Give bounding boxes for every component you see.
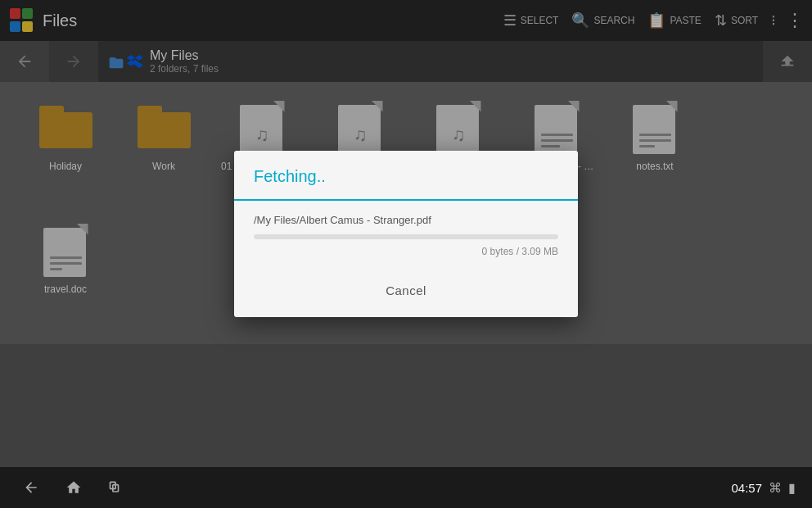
system-time: 04:57 xyxy=(731,481,762,495)
dialog-overlay: Fetching.. /My Files/Albert Camus - Stra… xyxy=(0,0,812,467)
battery-icon: ▮ xyxy=(788,480,796,496)
progress-bar xyxy=(254,234,558,239)
system-tray: 04:57 ⌘ ▮ xyxy=(731,480,796,496)
wifi-icon: ⌘ xyxy=(769,480,782,496)
recents-sys-button[interactable] xyxy=(102,473,131,502)
dialog-footer: Cancel xyxy=(234,270,578,317)
system-bar: 04:57 ⌘ ▮ xyxy=(0,467,812,508)
fetch-dialog: Fetching.. /My Files/Albert Camus - Stra… xyxy=(234,151,578,317)
dialog-body: /My Files/Albert Camus - Stranger.pdf 0 … xyxy=(234,201,578,270)
progress-text: 0 bytes / 3.09 MB xyxy=(254,246,558,257)
home-sys-button[interactable] xyxy=(59,473,88,502)
dialog-title: Fetching.. xyxy=(234,151,578,201)
cancel-button[interactable]: Cancel xyxy=(369,277,443,304)
dialog-path: /My Files/Albert Camus - Stranger.pdf xyxy=(254,214,558,226)
back-sys-button[interactable] xyxy=(16,473,46,502)
